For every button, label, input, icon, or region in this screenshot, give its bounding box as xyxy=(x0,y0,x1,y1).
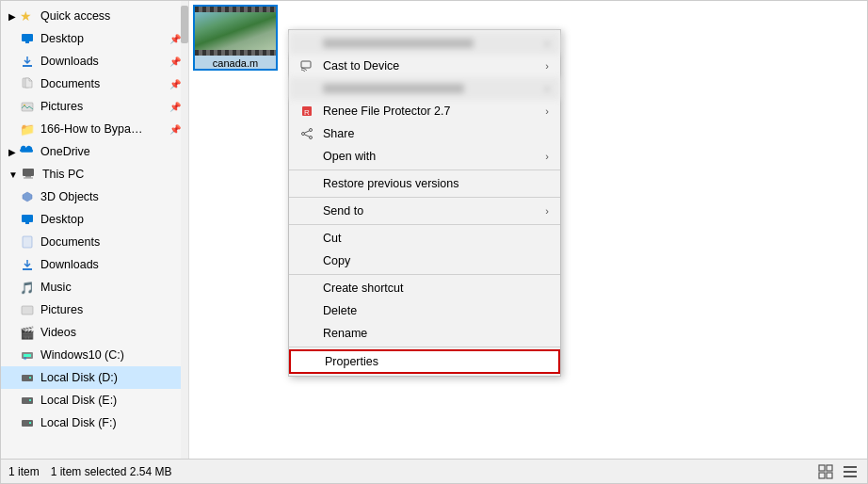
svg-line-27 xyxy=(304,131,309,133)
svg-rect-21 xyxy=(301,61,311,68)
svg-rect-9 xyxy=(25,222,29,224)
pin-icon-pic: 📌 xyxy=(169,102,181,112)
sidebar-item-desktop[interactable]: Desktop 📌 xyxy=(1,27,188,50)
sidebar-item-documents2[interactable]: Documents xyxy=(1,231,188,253)
svg-line-28 xyxy=(304,135,309,137)
file-name-label: canada.m xyxy=(195,56,276,69)
onedrive-icon xyxy=(20,144,35,159)
pin-icon-166: 📌 xyxy=(169,124,181,135)
cast-icon xyxy=(298,57,315,74)
separator-3 xyxy=(289,224,560,225)
context-menu-item-renee[interactable]: R Renee File Protector 2.7 › xyxy=(289,100,560,122)
sidebar-item-windows-c[interactable]: ⊞ Windows10 (C:) xyxy=(1,344,188,366)
context-menu-item-cut[interactable]: Cut xyxy=(289,227,560,250)
svg-point-24 xyxy=(310,129,313,132)
sidebar-item-videos-label: Videos xyxy=(40,326,76,339)
pin-icon-doc: 📌 xyxy=(169,79,181,89)
svg-text:R: R xyxy=(304,108,310,117)
svg-rect-0 xyxy=(22,34,33,41)
renee-label: Renee File Protector 2.7 xyxy=(323,105,451,118)
svg-rect-8 xyxy=(22,215,33,222)
svg-rect-1 xyxy=(25,41,29,43)
context-menu-item-blurred-2[interactable]: › xyxy=(289,77,560,100)
svg-rect-29 xyxy=(819,465,825,471)
context-menu-item-share[interactable]: Share xyxy=(289,122,560,145)
file-thumbnail[interactable]: canada.m xyxy=(193,5,278,71)
status-left: 1 item 1 item selected 2.54 MB xyxy=(8,465,171,478)
desktop2-icon xyxy=(20,212,35,227)
svg-rect-18 xyxy=(29,399,31,401)
sidebar-item-desktop2[interactable]: Desktop xyxy=(1,208,188,231)
sidebar-item-local-f-label: Local Disk (F:) xyxy=(40,416,117,429)
sidebar-section-quick-access[interactable]: ▶ ★ Quick access xyxy=(1,5,188,27)
svg-rect-16 xyxy=(29,377,31,379)
grid-view-button[interactable] xyxy=(816,463,835,480)
pin-icon-dl: 📌 xyxy=(169,56,181,67)
sidebar-item-local-f[interactable]: Local Disk (F:) xyxy=(1,411,188,434)
list-view-button[interactable] xyxy=(841,463,860,480)
sidebar-scrollbar-thumb[interactable] xyxy=(181,6,188,43)
context-menu-item-open-with[interactable]: Open with › xyxy=(289,145,560,168)
sidebar-item-local-e-label: Local Disk (E:) xyxy=(40,394,117,407)
delete-label: Delete xyxy=(323,304,357,317)
windows-c-icon: ⊞ xyxy=(20,347,35,363)
local-d-icon xyxy=(20,370,35,385)
local-f-icon xyxy=(20,415,35,430)
sidebar-item-videos[interactable]: 🎬 Videos xyxy=(1,321,188,344)
selected-info: 1 item selected 2.54 MB xyxy=(51,465,172,478)
sidebar: ▶ ★ Quick access Desktop 📌 Downloads 📌 xyxy=(1,1,189,459)
sidebar-item-local-d[interactable]: Local Disk (D:) xyxy=(1,366,188,389)
create-shortcut-label: Create shortcut xyxy=(323,282,403,295)
sidebar-item-local-e[interactable]: Local Disk (E:) xyxy=(1,389,188,411)
context-menu-item-properties[interactable]: Properties xyxy=(289,349,560,374)
svg-rect-33 xyxy=(844,466,857,468)
svg-rect-35 xyxy=(844,476,857,477)
sidebar-section-onedrive[interactable]: ▶ OneDrive xyxy=(1,140,188,163)
send-to-label: Send to xyxy=(323,204,363,218)
sidebar-item-windows-c-label: Windows10 (C:) xyxy=(40,348,124,362)
sidebar-section-this-pc[interactable]: ▼ This PC xyxy=(1,163,188,186)
context-menu-item-cast[interactable]: Cast to Device › xyxy=(289,55,560,77)
context-menu-item-blurred-1[interactable]: › xyxy=(289,32,560,55)
this-pc-arrow: ▼ xyxy=(8,169,18,180)
sidebar-item-3d-objects[interactable]: 3D Objects xyxy=(1,186,188,208)
videos-icon: 🎬 xyxy=(20,325,35,340)
context-menu-item-copy[interactable]: Copy xyxy=(289,250,560,272)
context-menu-item-create-shortcut[interactable]: Create shortcut xyxy=(289,277,560,299)
quick-access-label: Quick access xyxy=(40,9,110,23)
sidebar-item-folder-166-label: 166-How to Bypass You xyxy=(40,122,144,136)
svg-rect-7 xyxy=(24,178,33,179)
downloads2-icon xyxy=(20,257,35,272)
sidebar-item-pictures2[interactable]: Pictures xyxy=(1,298,188,321)
content-area: ▶ ★ Quick access Desktop 📌 Downloads 📌 xyxy=(1,1,867,459)
separator-5 xyxy=(289,347,560,347)
status-right xyxy=(816,463,860,480)
sidebar-item-music[interactable]: 🎵 Music xyxy=(1,276,188,298)
3d-objects-icon xyxy=(20,189,35,204)
svg-rect-30 xyxy=(827,465,832,471)
svg-rect-5 xyxy=(23,169,34,176)
svg-rect-6 xyxy=(25,176,31,178)
sidebar-item-pictures2-label: Pictures xyxy=(40,303,83,316)
sidebar-item-downloads2[interactable]: Downloads xyxy=(1,253,188,276)
sidebar-item-folder-166[interactable]: 📁 166-How to Bypass You 📌 xyxy=(1,118,188,140)
svg-text:⊞: ⊞ xyxy=(24,356,26,361)
explorer-window: ▶ ★ Quick access Desktop 📌 Downloads 📌 xyxy=(0,0,868,484)
sidebar-scrollbar[interactable] xyxy=(181,1,188,459)
context-menu-item-rename[interactable]: Rename xyxy=(289,322,560,345)
svg-rect-31 xyxy=(819,473,825,478)
onedrive-label: OneDrive xyxy=(40,145,90,158)
pin-icon: 📌 xyxy=(169,34,181,44)
properties-label: Properties xyxy=(325,355,378,368)
file-area: canada.m › Cast to Device › xyxy=(189,1,867,459)
context-menu-item-send-to[interactable]: Send to › xyxy=(289,200,560,222)
sidebar-item-pictures[interactable]: Pictures 📌 xyxy=(1,95,188,118)
context-menu-item-delete[interactable]: Delete xyxy=(289,299,560,322)
svg-rect-17 xyxy=(22,397,33,404)
cast-label: Cast to Device xyxy=(323,59,399,73)
sidebar-item-downloads[interactable]: Downloads 📌 xyxy=(1,50,188,73)
sidebar-item-documents[interactable]: Documents 📌 xyxy=(1,73,188,95)
downloads-icon xyxy=(20,54,35,69)
context-menu-item-restore[interactable]: Restore previous versions xyxy=(289,172,560,195)
svg-rect-15 xyxy=(22,375,33,381)
